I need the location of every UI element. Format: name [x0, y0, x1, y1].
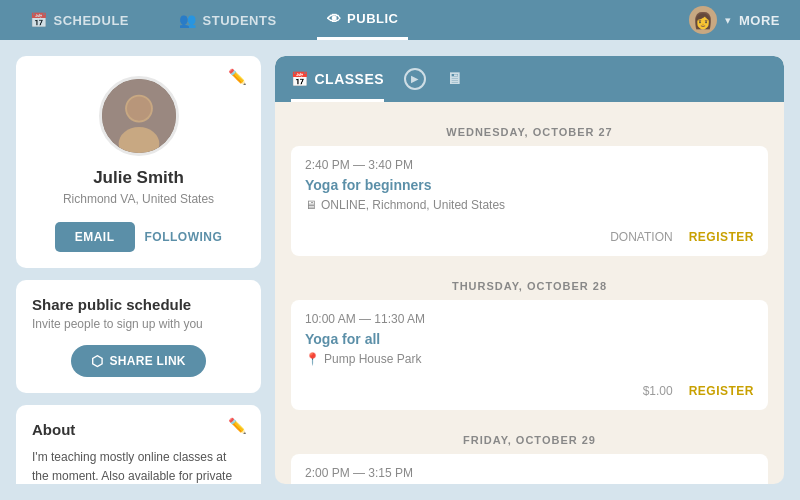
pin-icon: 📍 — [305, 352, 320, 366]
tab-monitor[interactable]: 🖥 — [446, 56, 463, 102]
calendar-tab-icon: 📅 — [291, 71, 309, 87]
profile-location: Richmond VA, United States — [32, 192, 245, 206]
calendar-icon: 📅 — [30, 12, 48, 28]
profile-actions: EMAIL FOLLOWING — [32, 222, 245, 252]
class-name[interactable]: Yoga for beginners — [305, 177, 754, 193]
register-button[interactable]: REGISTER — [689, 384, 754, 398]
nav-item-students[interactable]: 👥 STUDENTS — [169, 0, 287, 40]
nav-label-public: PUBLIC — [347, 11, 398, 26]
profile-name: Julie Smith — [32, 168, 245, 188]
edit-about-icon[interactable]: ✏️ — [228, 417, 247, 435]
svg-point-3 — [126, 97, 150, 121]
edit-profile-icon[interactable]: ✏️ — [228, 68, 247, 86]
class-time: 2:40 PM — 3:40 PM — [305, 158, 754, 172]
profile-avatar — [99, 76, 179, 156]
date-header-wed: WEDNESDAY, OCTOBER 27 — [291, 112, 768, 146]
location-text: ONLINE, Richmond, United States — [321, 198, 505, 212]
class-price: $1.00 — [643, 384, 673, 398]
top-nav: 📅 SCHEDULE 👥 STUDENTS 👁 PUBLIC 👩 ▾ MORE — [0, 0, 800, 40]
class-time: 2:00 PM — 3:15 PM — [305, 466, 754, 480]
location-text: Pump House Park — [324, 352, 421, 366]
profile-card: ✏️ Julie Smith Richmond VA, United State… — [16, 56, 261, 268]
main-layout: ✏️ Julie Smith Richmond VA, United State… — [0, 40, 800, 500]
date-header-thu: THURSDAY, OCTOBER 28 — [291, 266, 768, 300]
class-location: 🖥 ONLINE, Richmond, United States — [305, 198, 754, 212]
date-header-fri: FRIDAY, OCTOBER 29 — [291, 420, 768, 454]
user-avatar: 👩 — [689, 6, 717, 34]
tab-play[interactable]: ▶ — [404, 56, 426, 102]
about-title: About — [32, 421, 245, 438]
class-card-vinyasa: 2:00 PM — 3:15 PM Vinyasa Flow 🖥 ONLINE,… — [291, 454, 768, 484]
play-icon: ▶ — [404, 68, 426, 90]
email-button[interactable]: EMAIL — [55, 222, 135, 252]
about-card: ✏️ About I'm teaching mostly online clas… — [16, 405, 261, 484]
nav-more[interactable]: 👩 ▾ MORE — [689, 6, 780, 34]
more-label: MORE — [739, 13, 780, 28]
tab-classes-label: CLASSES — [315, 71, 385, 87]
monitor-icon: 🖥 — [446, 70, 463, 88]
share-title: Share public schedule — [32, 296, 245, 313]
register-button[interactable]: REGISTER — [689, 230, 754, 244]
nav-label-schedule: SCHEDULE — [54, 13, 130, 28]
chevron-down-icon: ▾ — [725, 14, 731, 27]
right-tabs: 📅 CLASSES ▶ 🖥 — [275, 56, 784, 102]
following-button[interactable]: FOLLOWING — [145, 222, 223, 252]
monitor-location-icon: 🖥 — [305, 198, 317, 212]
class-card-yoga-all: 10:00 AM — 11:30 AM Yoga for all 📍 Pump … — [291, 300, 768, 410]
class-location: 📍 Pump House Park — [305, 352, 754, 366]
share-link-button[interactable]: ⬡ SHARE LINK — [71, 345, 206, 377]
share-card: Share public schedule Invite people to s… — [16, 280, 261, 393]
nav-item-public[interactable]: 👁 PUBLIC — [317, 0, 409, 40]
nav-label-students: STUDENTS — [203, 13, 277, 28]
left-panel: ✏️ Julie Smith Richmond VA, United State… — [16, 56, 261, 484]
nav-item-schedule[interactable]: 📅 SCHEDULE — [20, 0, 139, 40]
classes-list: WEDNESDAY, OCTOBER 27 2:40 PM — 3:40 PM … — [275, 102, 784, 484]
class-time: 10:00 AM — 11:30 AM — [305, 312, 754, 326]
eye-icon: 👁 — [327, 11, 342, 27]
class-footer: DONATION REGISTER — [305, 222, 754, 244]
right-panel: 📅 CLASSES ▶ 🖥 WEDNESDAY, OCTOBER 27 2:40… — [275, 56, 784, 484]
tab-classes[interactable]: 📅 CLASSES — [291, 56, 384, 102]
share-subtitle: Invite people to sign up with you — [32, 317, 245, 331]
share-icon: ⬡ — [91, 353, 103, 369]
class-price: DONATION — [610, 230, 672, 244]
class-footer: $1.00 REGISTER — [305, 376, 754, 398]
share-link-label: SHARE LINK — [109, 354, 185, 368]
class-name[interactable]: Yoga for all — [305, 331, 754, 347]
about-text: I'm teaching mostly online classes at th… — [32, 448, 245, 484]
students-icon: 👥 — [179, 12, 197, 28]
class-card-yoga-beginners: 2:40 PM — 3:40 PM Yoga for beginners 🖥 O… — [291, 146, 768, 256]
